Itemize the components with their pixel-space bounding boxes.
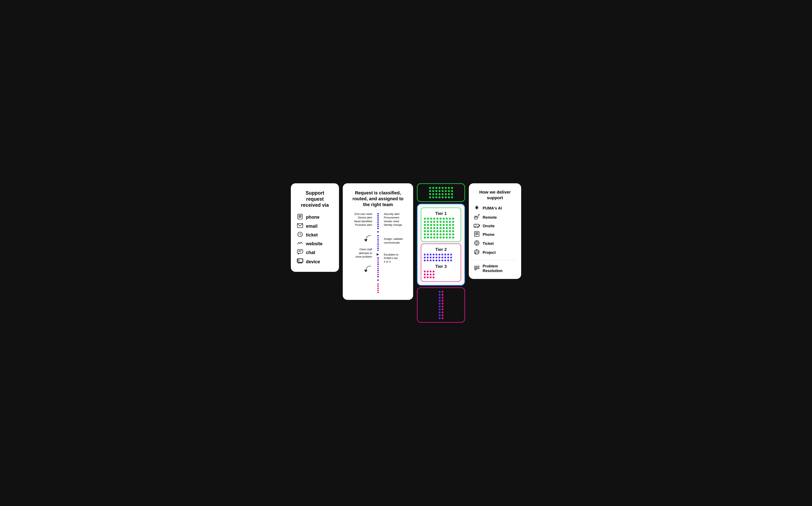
ai-icon: [473, 205, 480, 212]
onsite-label: Onsite: [483, 224, 495, 228]
problem-resolution-label: ProblemResolution: [483, 264, 503, 273]
panel2-title: Request is classified, routed, and assig…: [349, 190, 407, 207]
svg-rect-30: [474, 232, 479, 237]
tier-bottom-dots: [439, 291, 443, 319]
svg-line-23: [478, 216, 479, 217]
tier-top-dots: [429, 187, 453, 198]
channel-chat: chat: [297, 249, 333, 256]
tier-panel: Tier 1 Tier 2 Ti: [417, 183, 465, 323]
deliver-list: PUMA's AI Remote: [473, 205, 517, 273]
tier1-label: Tier 1: [424, 211, 458, 216]
tier3-label: Tier 3: [424, 264, 458, 269]
tier1-section: Tier 1: [421, 207, 461, 242]
chat-label: chat: [306, 250, 315, 255]
phone-icon: [297, 214, 303, 221]
right-items: Security alertProcurementVendor needIden…: [382, 212, 407, 293]
channel-device: device: [297, 258, 333, 265]
right-item-3: Escalates toPUMA's tier2 or 3: [384, 253, 407, 264]
ticket-deliver-icon: [473, 240, 480, 247]
tier23-section: Tier 2 Tier 3: [421, 244, 461, 282]
svg-rect-44: [475, 253, 476, 254]
channel-phone: phone: [297, 214, 333, 221]
tier2-dots: [424, 254, 458, 261]
panel1-title: Support request received via: [297, 190, 333, 208]
phone-deliver-icon: [473, 231, 480, 238]
deliver-phone: Phone: [473, 231, 517, 238]
svg-rect-10: [297, 249, 303, 253]
svg-point-41: [476, 251, 478, 253]
support-request-panel: Support request received via phone email…: [291, 183, 339, 272]
ticket-label: ticket: [306, 232, 318, 238]
project-label: Project: [483, 250, 496, 255]
remote-label: Remote: [483, 215, 497, 220]
right-item-1: Security alertProcurementVendor needIden…: [384, 212, 407, 227]
right-item-2: Assign, validate,communicate: [384, 237, 407, 244]
left-items: End user needDevice alertNeed identified…: [349, 212, 374, 293]
deliver-ticket: Ticket: [473, 240, 517, 247]
svg-rect-0: [298, 214, 302, 219]
tier-main-card: Tier 1 Tier 2 Ti: [417, 203, 465, 286]
tier-top-bar: [417, 183, 465, 202]
deliver-problem-resolution: ProblemResolution: [473, 264, 517, 273]
main-container: Support request received via phone email…: [291, 183, 521, 323]
classification-flow: End user needDevice alertNeed identified…: [349, 212, 407, 293]
tier1-dots: [424, 218, 458, 239]
channel-list: phone email ticket website: [297, 214, 333, 265]
channel-website: website: [297, 241, 333, 247]
ticket-deliver-label: Ticket: [483, 241, 494, 246]
left-item-1: End user needDevice alertNeed identified…: [349, 212, 372, 227]
svg-rect-14: [298, 259, 303, 262]
svg-point-22: [478, 214, 480, 215]
project-icon: [473, 249, 480, 256]
problem-resolution-icon: [473, 265, 480, 272]
deliver-remote: Remote: [473, 214, 517, 221]
left-item-2: Client staffattempts tosolve problem: [349, 248, 372, 258]
ticket-icon: [297, 232, 303, 238]
deliver-project: Project: [473, 249, 517, 256]
classification-panel: Request is classified, routed, and assig…: [343, 183, 413, 300]
chat-icon: [297, 249, 303, 256]
phone-deliver-label: Phone: [483, 232, 494, 237]
deliver-panel: How we deliver support PUMA's AI: [469, 183, 521, 279]
svg-line-9: [300, 234, 301, 235]
svg-point-37: [476, 242, 478, 244]
center-flow: ▼ ◀: [374, 212, 382, 293]
device-icon: [297, 258, 303, 265]
puma-ai-label: PUMA's AI: [483, 206, 502, 210]
panel4-title: How we deliver support: [473, 189, 517, 200]
channel-email: email: [297, 223, 333, 229]
email-label: email: [306, 224, 317, 229]
device-label: device: [306, 259, 320, 264]
tier3-dots: [424, 271, 458, 278]
channel-ticket: ticket: [297, 232, 333, 238]
deliver-puma-ai: PUMA's AI: [473, 205, 517, 212]
deliver-onsite: Onsite: [473, 223, 517, 229]
email-icon: [297, 223, 303, 229]
phone-label: phone: [306, 215, 319, 220]
remote-icon: [473, 214, 480, 221]
website-label: website: [306, 241, 322, 247]
tier-bottom-bar: [417, 287, 465, 323]
website-icon: [297, 241, 303, 247]
tier2-label: Tier 2: [424, 247, 458, 252]
onsite-icon: [473, 223, 480, 229]
